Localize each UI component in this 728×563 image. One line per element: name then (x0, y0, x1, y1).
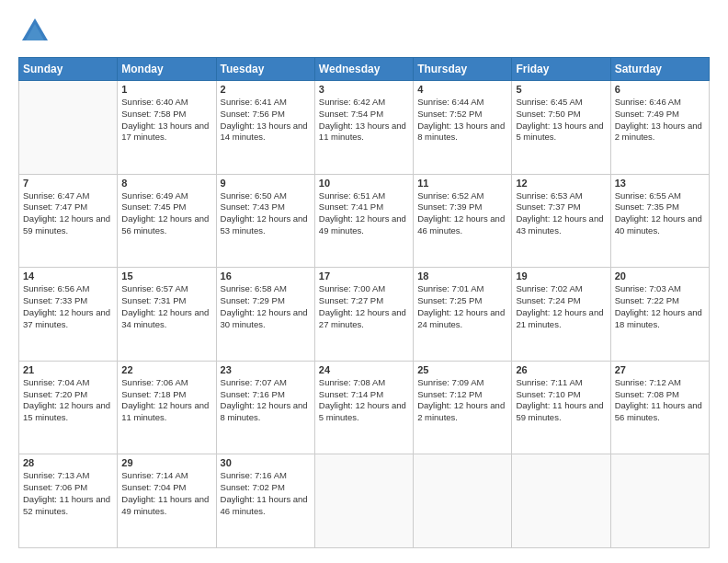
day-info: Sunrise: 6:56 AMSunset: 7:33 PMDaylight:… (23, 283, 113, 330)
day-number: 28 (23, 457, 113, 468)
day-info: Sunrise: 7:00 AMSunset: 7:27 PMDaylight:… (319, 283, 409, 330)
day-number: 15 (121, 270, 211, 282)
calendar-header-row: SundayMondayTuesdayWednesdayThursdayFrid… (19, 58, 710, 81)
day-number: 6 (615, 84, 705, 95)
day-cell: 20Sunrise: 7:03 AMSunset: 7:22 PMDayligh… (610, 268, 709, 362)
week-row-1: 7Sunrise: 6:47 AMSunset: 7:47 PMDaylight… (19, 174, 710, 268)
day-cell: 10Sunrise: 6:51 AMSunset: 7:41 PMDayligh… (314, 174, 413, 268)
day-cell: 4Sunrise: 6:44 AMSunset: 7:52 PMDaylight… (414, 81, 512, 175)
day-info: Sunrise: 7:01 AMSunset: 7:25 PMDaylight:… (417, 283, 507, 330)
day-number: 13 (615, 178, 705, 189)
day-info: Sunrise: 7:08 AMSunset: 7:14 PMDaylight:… (319, 377, 409, 424)
page: SundayMondayTuesdayWednesdayThursdayFrid… (0, 0, 728, 563)
day-cell: 18Sunrise: 7:01 AMSunset: 7:25 PMDayligh… (414, 268, 512, 362)
day-info: Sunrise: 7:02 AMSunset: 7:24 PMDaylight:… (516, 283, 606, 330)
day-number: 19 (516, 270, 606, 282)
day-cell: 16Sunrise: 6:58 AMSunset: 7:29 PMDayligh… (216, 268, 314, 362)
day-info: Sunrise: 6:45 AMSunset: 7:50 PMDaylight:… (516, 97, 606, 144)
day-number: 17 (319, 270, 409, 282)
day-cell: 2Sunrise: 6:41 AMSunset: 7:56 PMDaylight… (216, 81, 314, 175)
day-cell: 28Sunrise: 7:13 AMSunset: 7:06 PMDayligh… (19, 454, 118, 548)
day-number: 30 (221, 457, 311, 468)
day-info: Sunrise: 6:47 AMSunset: 7:47 PMDaylight:… (23, 190, 113, 237)
header-tuesday: Tuesday (216, 58, 314, 81)
day-cell: 8Sunrise: 6:49 AMSunset: 7:45 PMDaylight… (118, 174, 216, 268)
day-cell: 14Sunrise: 6:56 AMSunset: 7:33 PMDayligh… (19, 268, 118, 362)
week-row-0: 1Sunrise: 6:40 AMSunset: 7:58 PMDaylight… (19, 81, 710, 175)
header-wednesday: Wednesday (314, 58, 413, 81)
day-number: 29 (121, 457, 211, 468)
day-number: 8 (121, 178, 211, 189)
day-info: Sunrise: 7:03 AMSunset: 7:22 PMDaylight:… (615, 283, 705, 330)
week-row-3: 21Sunrise: 7:04 AMSunset: 7:20 PMDayligh… (19, 361, 710, 454)
day-cell: 17Sunrise: 7:00 AMSunset: 7:27 PMDayligh… (314, 268, 413, 362)
day-info: Sunrise: 6:57 AMSunset: 7:31 PMDaylight:… (121, 283, 211, 330)
calendar: SundayMondayTuesdayWednesdayThursdayFrid… (18, 57, 710, 548)
day-info: Sunrise: 7:04 AMSunset: 7:20 PMDaylight:… (23, 377, 113, 424)
day-number: 12 (516, 178, 606, 189)
day-cell: 21Sunrise: 7:04 AMSunset: 7:20 PMDayligh… (19, 361, 118, 454)
day-number: 7 (23, 178, 113, 189)
day-number: 14 (23, 270, 113, 282)
day-cell (512, 454, 610, 548)
day-cell (314, 454, 413, 548)
day-number: 1 (121, 84, 211, 95)
day-number: 21 (23, 364, 113, 375)
day-number: 24 (319, 364, 409, 375)
day-number: 25 (417, 364, 507, 375)
day-number: 5 (516, 84, 606, 95)
day-cell: 9Sunrise: 6:50 AMSunset: 7:43 PMDaylight… (216, 174, 314, 268)
day-cell: 12Sunrise: 6:53 AMSunset: 7:37 PMDayligh… (512, 174, 610, 268)
day-number: 22 (121, 364, 211, 375)
header-sunday: Sunday (19, 58, 118, 81)
day-info: Sunrise: 7:12 AMSunset: 7:08 PMDaylight:… (615, 377, 705, 424)
day-info: Sunrise: 6:44 AMSunset: 7:52 PMDaylight:… (417, 97, 507, 144)
day-info: Sunrise: 6:46 AMSunset: 7:49 PMDaylight:… (615, 97, 705, 144)
day-info: Sunrise: 7:07 AMSunset: 7:16 PMDaylight:… (221, 377, 311, 424)
day-info: Sunrise: 7:16 AMSunset: 7:02 PMDaylight:… (221, 470, 311, 517)
day-cell (610, 454, 709, 548)
day-info: Sunrise: 6:41 AMSunset: 7:56 PMDaylight:… (221, 97, 311, 144)
day-cell: 30Sunrise: 7:16 AMSunset: 7:02 PMDayligh… (216, 454, 314, 548)
day-number: 18 (417, 270, 507, 282)
day-cell: 5Sunrise: 6:45 AMSunset: 7:50 PMDaylight… (512, 81, 610, 175)
day-info: Sunrise: 6:51 AMSunset: 7:41 PMDaylight:… (319, 190, 409, 237)
day-number: 27 (615, 364, 705, 375)
day-cell: 19Sunrise: 7:02 AMSunset: 7:24 PMDayligh… (512, 268, 610, 362)
day-number: 10 (319, 178, 409, 189)
day-number: 16 (221, 270, 311, 282)
day-cell: 15Sunrise: 6:57 AMSunset: 7:31 PMDayligh… (118, 268, 216, 362)
day-info: Sunrise: 7:09 AMSunset: 7:12 PMDaylight:… (417, 377, 507, 424)
logo-icon (18, 15, 51, 48)
day-number: 23 (221, 364, 311, 375)
day-info: Sunrise: 6:58 AMSunset: 7:29 PMDaylight:… (221, 283, 311, 330)
day-cell: 23Sunrise: 7:07 AMSunset: 7:16 PMDayligh… (216, 361, 314, 454)
day-number: 26 (516, 364, 606, 375)
header-saturday: Saturday (610, 58, 709, 81)
day-info: Sunrise: 6:53 AMSunset: 7:37 PMDaylight:… (516, 190, 606, 237)
day-info: Sunrise: 6:42 AMSunset: 7:54 PMDaylight:… (319, 97, 409, 144)
day-info: Sunrise: 7:11 AMSunset: 7:10 PMDaylight:… (516, 377, 606, 424)
header-thursday: Thursday (414, 58, 512, 81)
day-cell: 25Sunrise: 7:09 AMSunset: 7:12 PMDayligh… (414, 361, 512, 454)
day-cell: 3Sunrise: 6:42 AMSunset: 7:54 PMDaylight… (314, 81, 413, 175)
day-info: Sunrise: 6:49 AMSunset: 7:45 PMDaylight:… (121, 190, 211, 237)
day-cell: 22Sunrise: 7:06 AMSunset: 7:18 PMDayligh… (118, 361, 216, 454)
day-cell: 11Sunrise: 6:52 AMSunset: 7:39 PMDayligh… (414, 174, 512, 268)
day-cell: 29Sunrise: 7:14 AMSunset: 7:04 PMDayligh… (118, 454, 216, 548)
week-row-4: 28Sunrise: 7:13 AMSunset: 7:06 PMDayligh… (19, 454, 710, 548)
day-number: 9 (221, 178, 311, 189)
day-info: Sunrise: 6:52 AMSunset: 7:39 PMDaylight:… (417, 190, 507, 237)
week-row-2: 14Sunrise: 6:56 AMSunset: 7:33 PMDayligh… (19, 268, 710, 362)
day-cell: 13Sunrise: 6:55 AMSunset: 7:35 PMDayligh… (610, 174, 709, 268)
day-cell (414, 454, 512, 548)
day-cell (19, 81, 118, 175)
day-info: Sunrise: 7:14 AMSunset: 7:04 PMDaylight:… (121, 470, 211, 517)
day-info: Sunrise: 6:55 AMSunset: 7:35 PMDaylight:… (615, 190, 705, 237)
day-info: Sunrise: 6:40 AMSunset: 7:58 PMDaylight:… (121, 97, 211, 144)
day-number: 20 (615, 270, 705, 282)
day-cell: 26Sunrise: 7:11 AMSunset: 7:10 PMDayligh… (512, 361, 610, 454)
day-number: 4 (417, 84, 507, 95)
header-monday: Monday (118, 58, 216, 81)
day-info: Sunrise: 7:13 AMSunset: 7:06 PMDaylight:… (23, 470, 113, 517)
